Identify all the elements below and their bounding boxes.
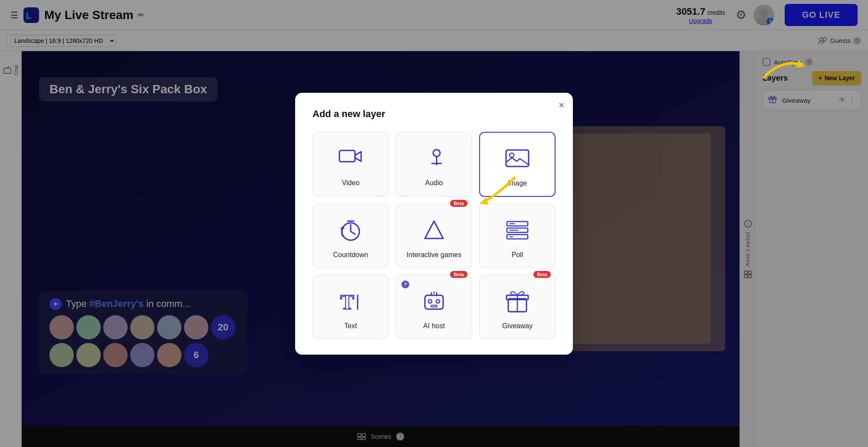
countdown-icon: [337, 216, 365, 244]
layer-option-giveaway[interactable]: Beta Giveaway: [479, 275, 556, 339]
interactive-icon: [420, 216, 448, 244]
layer-option-audio[interactable]: Audio: [396, 132, 472, 197]
svg-rect-39: [431, 305, 437, 307]
svg-marker-46: [796, 60, 805, 68]
giveaway-modal-label: Giveaway: [502, 322, 533, 330]
layer-option-aihost[interactable]: Beta ? AI host: [396, 275, 472, 339]
svg-point-22: [433, 150, 440, 157]
poll-icon: [503, 216, 531, 244]
modal-overlay: Add a new layer × Video: [0, 0, 868, 447]
audio-icon: [420, 144, 448, 172]
svg-rect-25: [506, 150, 529, 166]
svg-text:T: T: [340, 290, 354, 313]
video-icon: [337, 144, 365, 172]
aihost-help-icon: ?: [401, 281, 409, 288]
aihost-beta-badge: Beta: [450, 271, 467, 278]
interactive-label: Interactive games: [407, 251, 461, 259]
giveaway-beta-badge: Beta: [533, 271, 551, 278]
layer-option-video[interactable]: Video: [312, 132, 389, 197]
poll-label: Poll: [512, 251, 523, 259]
modal-close-button[interactable]: ×: [559, 100, 564, 111]
svg-point-38: [436, 300, 440, 303]
modal-title: Add a new layer: [312, 108, 556, 120]
audio-label: Audio: [425, 179, 443, 187]
modal-grid: Video Audio: [312, 132, 556, 339]
video-label: Video: [342, 179, 360, 187]
layer-option-image[interactable]: Image: [479, 132, 556, 197]
image-icon: [503, 145, 531, 173]
layer-option-poll[interactable]: Poll: [479, 204, 556, 268]
svg-rect-21: [339, 150, 355, 162]
add-layer-modal: Add a new layer × Video: [295, 93, 573, 355]
layer-option-text[interactable]: T Text: [312, 275, 389, 339]
giveaway-modal-icon: [503, 287, 531, 315]
countdown-label: Countdown: [333, 251, 368, 259]
interactive-beta-badge: Beta: [450, 200, 467, 207]
svg-point-37: [428, 300, 432, 303]
aihost-label: AI host: [423, 322, 445, 330]
layer-option-countdown[interactable]: Countdown: [312, 204, 389, 268]
aihost-icon: [420, 287, 448, 315]
arrow-annotation-new-layer: [755, 51, 807, 88]
svg-point-26: [510, 153, 514, 157]
layer-option-interactive[interactable]: Beta Interactive games: [396, 204, 472, 268]
text-label: Text: [344, 322, 357, 330]
image-label: Image: [508, 179, 527, 187]
text-icon: T: [337, 287, 365, 315]
